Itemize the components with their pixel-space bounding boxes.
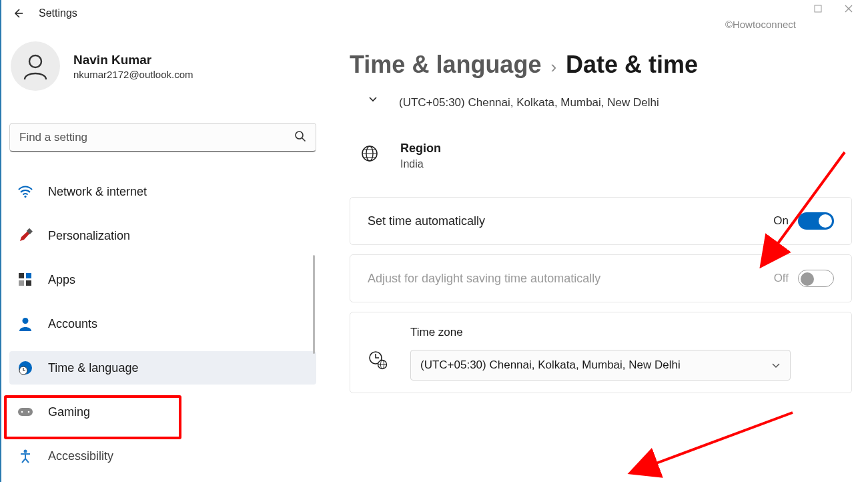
svg-point-2 [296, 132, 303, 139]
search-icon [294, 130, 306, 145]
apps-icon [16, 270, 35, 289]
sidebar-item-label: Apps [48, 273, 75, 287]
globe-icon [360, 144, 379, 166]
timezone-card: Time zone (UTC+05:30) Chennai, Kolkata, … [350, 312, 852, 393]
svg-point-15 [24, 450, 27, 453]
sidebar-item-personalization[interactable]: Personalization [9, 219, 316, 252]
sidebar-scrollbar[interactable] [313, 255, 315, 354]
sidebar-item-apps[interactable]: Apps [9, 263, 316, 296]
sidebar-item-label: Network & internet [48, 185, 147, 199]
annotation-arrow-bottom [632, 401, 806, 482]
toggle-state-text: On [773, 214, 789, 228]
timezone-select[interactable]: (UTC+05:30) Chennai, Kolkata, Mumbai, Ne… [410, 350, 791, 381]
sidebar-item-accounts[interactable]: Accounts [9, 307, 316, 340]
setting-label: Adjust for daylight saving time automati… [368, 272, 600, 286]
nav: Network & internet Personalization Apps … [9, 175, 316, 473]
clock-globe-icon [16, 358, 35, 377]
timezone-select-value: (UTC+05:30) Chennai, Kolkata, Mumbai, Ne… [420, 358, 681, 372]
svg-line-22 [653, 413, 793, 465]
user-name: Navin Kumar [73, 53, 193, 67]
region-value: India [400, 158, 441, 170]
svg-rect-12 [18, 408, 33, 416]
svg-point-9 [23, 318, 29, 324]
region-text: Region India [400, 142, 441, 170]
window-controls [812, 0, 868, 15]
sidebar-item-accessibility[interactable]: Accessibility [9, 439, 316, 473]
svg-point-14 [28, 411, 30, 413]
breadcrumb-parent[interactable]: Time & language [350, 51, 541, 79]
wifi-icon [16, 182, 35, 201]
sidebar-item-label: Accessibility [48, 449, 113, 463]
svg-rect-5 [19, 273, 24, 278]
toggle-state-text: Off [774, 272, 789, 285]
brush-icon [16, 226, 35, 245]
svg-point-13 [21, 411, 23, 413]
sidebar-item-network[interactable]: Network & internet [9, 175, 316, 208]
sidebar-item-time-language[interactable]: Time & language [9, 351, 316, 385]
breadcrumb-current: Date & time [566, 51, 698, 79]
chevron-down-icon [368, 93, 378, 104]
set-time-auto-card: Set time automatically On [350, 197, 852, 245]
svg-rect-6 [26, 273, 31, 278]
main-panel: Time & language › Date & time (UTC+05:30… [326, 27, 868, 482]
search-input[interactable] [19, 131, 294, 144]
app-title: Settings [39, 7, 77, 19]
person-icon [16, 314, 35, 333]
sidebar-item-label: Gaming [48, 405, 90, 419]
avatar [11, 41, 60, 91]
sidebar-item-label: Time & language [48, 361, 138, 375]
sidebar-item-label: Accounts [48, 317, 97, 331]
region-title: Region [400, 142, 441, 156]
svg-rect-8 [26, 280, 31, 286]
back-button[interactable] [12, 7, 24, 19]
user-block[interactable]: Navin Kumar nkumar2172@outlook.com [11, 41, 316, 91]
clock-globe-icon [368, 350, 388, 373]
timezone-summary-text: (UTC+05:30) Chennai, Kolkata, Mumbai, Ne… [399, 96, 659, 109]
maximize-button[interactable] [812, 3, 824, 15]
user-info: Navin Kumar nkumar2172@outlook.com [73, 53, 193, 80]
titlebar: Settings ©Howtoconnect [0, 0, 868, 27]
breadcrumb: Time & language › Date & time [350, 51, 852, 79]
svg-rect-7 [19, 280, 24, 286]
sidebar-item-gaming[interactable]: Gaming [9, 395, 316, 429]
chevron-right-icon: › [550, 57, 556, 77]
svg-point-3 [24, 196, 26, 198]
region-block[interactable]: Region India [360, 142, 852, 170]
accessibility-icon [16, 447, 35, 465]
sidebar: Navin Kumar nkumar2172@outlook.com Netwo… [0, 27, 326, 482]
dst-card: Adjust for daylight saving time automati… [350, 254, 852, 302]
user-email: nkumar2172@outlook.com [73, 69, 193, 80]
set-time-auto-toggle[interactable] [798, 212, 834, 230]
close-button[interactable] [843, 3, 855, 15]
setting-label: Set time automatically [368, 214, 485, 228]
timezone-summary: (UTC+05:30) Chennai, Kolkata, Mumbai, Ne… [368, 96, 852, 109]
gamepad-icon [16, 403, 35, 421]
search-box[interactable] [9, 123, 316, 152]
chevron-down-icon [771, 358, 781, 372]
dst-toggle [798, 270, 834, 287]
sidebar-item-label: Personalization [48, 229, 130, 243]
svg-rect-0 [815, 5, 821, 12]
svg-point-1 [29, 55, 41, 67]
timezone-label: Time zone [410, 326, 834, 339]
